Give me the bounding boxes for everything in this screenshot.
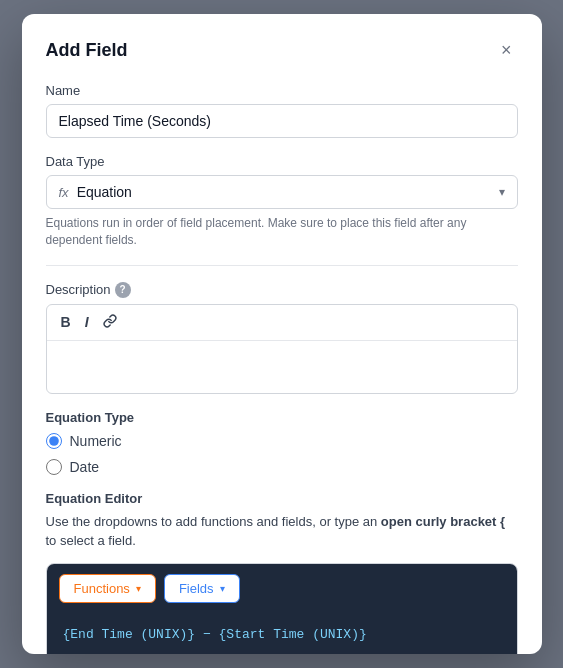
toolbar-buttons: B I (47, 305, 517, 341)
name-input[interactable] (46, 104, 518, 138)
equation-type-label: Equation Type (46, 410, 518, 425)
equation-editor-area[interactable]: {End Time (UNIX)} − {Start Time (UNIX)} (47, 613, 517, 654)
link-button[interactable] (97, 311, 123, 334)
equation-code: {End Time (UNIX)} − {Start Time (UNIX)} (63, 627, 367, 642)
description-field-group: Description ? B I (46, 282, 518, 394)
help-icon[interactable]: ? (115, 282, 131, 298)
description-toolbar: B I (46, 304, 518, 394)
instruction-suffix: to select a field. (46, 533, 136, 548)
modal: Add Field × Name Data Type fx Equation ▾… (22, 14, 542, 654)
functions-chevron-icon: ▾ (136, 583, 141, 594)
instruction-text: Use the dropdowns to add functions and f… (46, 512, 518, 551)
modal-overlay: Add Field × Name Data Type fx Equation ▾… (0, 0, 563, 668)
data-type-label: Data Type (46, 154, 518, 169)
data-type-field-group: Data Type fx Equation ▾ Equations run in… (46, 154, 518, 249)
fields-chevron-icon: ▾ (220, 583, 225, 594)
equation-editor-title: Equation Editor (46, 491, 518, 506)
fx-icon: fx (59, 185, 69, 200)
description-input[interactable] (47, 341, 517, 393)
fields-button[interactable]: Fields ▾ (164, 574, 240, 603)
radio-numeric-label: Numeric (70, 433, 122, 449)
equation-toolbar: Functions ▾ Fields ▾ (47, 564, 517, 613)
data-type-hint: Equations run in order of field placemen… (46, 215, 518, 249)
description-label: Description ? (46, 282, 518, 298)
data-type-value: Equation (77, 184, 132, 200)
link-icon (103, 314, 117, 328)
instruction-prefix: Use the dropdowns to add functions and f… (46, 514, 381, 529)
equation-editor-group: Equation Editor Use the dropdowns to add… (46, 491, 518, 654)
radio-date[interactable] (46, 459, 62, 475)
functions-label: Functions (74, 581, 130, 596)
radio-option-numeric[interactable]: Numeric (46, 433, 518, 449)
radio-numeric[interactable] (46, 433, 62, 449)
radio-date-label: Date (70, 459, 100, 475)
equation-container: Functions ▾ Fields ▾ {End Time (UNIX)} −… (46, 563, 518, 654)
bold-button[interactable]: B (55, 311, 77, 334)
instruction-highlight: open curly bracket { (381, 514, 505, 529)
name-field-group: Name (46, 83, 518, 138)
select-display-left: fx Equation (59, 184, 132, 200)
data-type-select[interactable]: fx Equation ▾ (46, 175, 518, 209)
italic-button[interactable]: I (79, 311, 95, 334)
radio-group: Numeric Date (46, 433, 518, 475)
equation-type-group: Equation Type Numeric Date (46, 410, 518, 475)
close-button[interactable]: × (495, 38, 518, 63)
modal-header: Add Field × (46, 38, 518, 63)
modal-title: Add Field (46, 40, 128, 61)
chevron-down-icon: ▾ (499, 185, 505, 199)
radio-option-date[interactable]: Date (46, 459, 518, 475)
name-label: Name (46, 83, 518, 98)
divider-1 (46, 265, 518, 266)
fields-label: Fields (179, 581, 214, 596)
functions-button[interactable]: Functions ▾ (59, 574, 156, 603)
